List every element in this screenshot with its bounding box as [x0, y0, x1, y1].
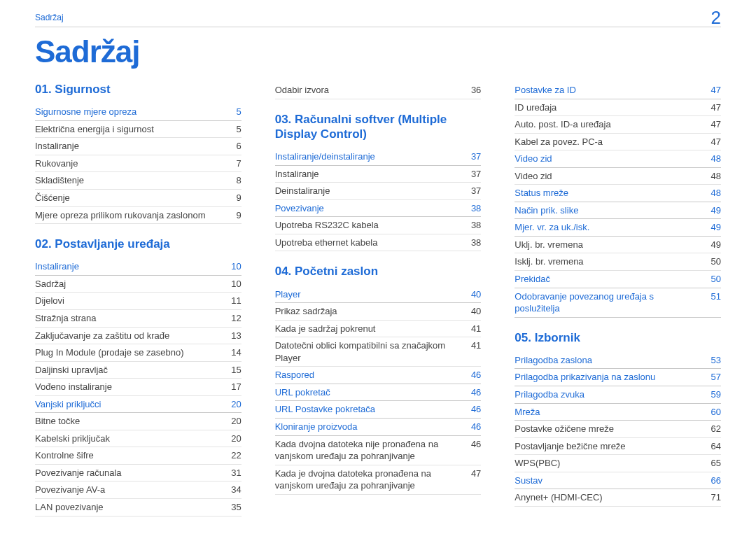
toc-entry[interactable]: Električna energija i sigurnost 5: [35, 121, 241, 139]
toc-label: URL pokretač: [275, 386, 462, 399]
toc-subheading[interactable]: Postavke za ID 47: [514, 82, 721, 99]
toc-entry[interactable]: Postavke ožičene mreže 62: [514, 421, 721, 438]
toc-entry[interactable]: Upotreba RS232C kabela 38: [275, 217, 482, 234]
page-root: Sadržaj 2 Sadržaj 01. Sigurnost Sigurnos…: [0, 0, 756, 534]
toc-entry[interactable]: Zaključavanje za zaštitu od krađe 13: [35, 328, 241, 345]
toc-entry[interactable]: Isklj. br. vremena 50: [514, 253, 721, 271]
toc-label: Auto. post. ID-a uređaja: [514, 118, 701, 131]
toc-subheading[interactable]: URL Postavke pokretača 46: [275, 401, 482, 419]
toc-label: Stražnja strana: [35, 312, 222, 325]
toc-columns: 01. Sigurnost Sigurnosne mjere opreza 5 …: [35, 82, 721, 517]
toc-label: Mreža: [514, 406, 701, 419]
toc-group: Bitne točke 20 Kabelski priključak 20 Ko…: [35, 413, 241, 516]
toc-entry[interactable]: Odabir izvora 36: [275, 82, 482, 99]
toc-entry[interactable]: Skladištenje 8: [35, 172, 241, 190]
toc-page: 50: [701, 274, 721, 284]
toc-entry[interactable]: Mjere opreza prilikom rukovanja zaslonom…: [35, 207, 241, 225]
toc-entry[interactable]: Daljinski upravljač 15: [35, 362, 241, 379]
toc-subheading[interactable]: Mreža 60: [514, 404, 721, 421]
toc-subheading[interactable]: Instaliranje 10: [35, 258, 241, 276]
toc-entry[interactable]: Rukovanje 7: [35, 155, 241, 173]
toc-subheading[interactable]: Mjer. vr. za uk./isk. 49: [514, 219, 721, 237]
toc-page: 40: [461, 289, 481, 300]
toc-entry[interactable]: Prikaz sadržaja 40: [275, 303, 482, 321]
toc-subheading[interactable]: Kloniranje proizvoda 46: [275, 419, 482, 436]
toc-entry[interactable]: Kada je sadržaj pokrenut 41: [275, 321, 482, 338]
toc-label: Dijelovi: [35, 295, 222, 307]
toc-label: Kada je dvojna datoteka pronađena na van…: [275, 468, 462, 492]
toc-entry[interactable]: Anynet+ (HDMI-CEC) 71: [514, 489, 721, 507]
toc-entry[interactable]: Sadržaj 10: [35, 276, 241, 293]
toc-page: 59: [701, 389, 721, 400]
toc-entry[interactable]: Plug In Module (prodaje se zasebno) 14: [35, 344, 241, 362]
toc-entry[interactable]: Upotreba ethernet kabela 38: [275, 234, 482, 252]
toc-subheading[interactable]: Način prik. slike 49: [514, 202, 721, 220]
toc-entry[interactable]: WPS(PBC) 65: [514, 455, 721, 472]
toc-group: Odabir izvora 36: [275, 82, 482, 99]
toc-entry[interactable]: Auto. post. ID-a uređaja 47: [514, 116, 721, 134]
toc-page: 53: [701, 355, 721, 365]
toc-entry[interactable]: Kontrolne šifre 22: [35, 447, 241, 465]
toc-subheading[interactable]: Prekidač 50: [514, 271, 721, 288]
toc-label: Kada dvojna datoteka nije pronađena na v…: [275, 438, 462, 463]
toc-subheading[interactable]: Raspored 46: [275, 367, 482, 384]
toc-group: Električna energija i sigurnost 5 Instal…: [35, 121, 241, 224]
toc-subheading[interactable]: Player 40: [275, 286, 482, 304]
toc-entry[interactable]: Instaliranje 6: [35, 138, 241, 155]
toc-page: 57: [701, 372, 721, 382]
toc-page: 36: [461, 85, 481, 95]
toc-entry[interactable]: Čišćenje 9: [35, 190, 241, 207]
toc-entry[interactable]: Bitne točke 20: [35, 413, 241, 430]
toc-subheading[interactable]: Prilagodba zvuka 59: [514, 386, 721, 404]
toc-subheading[interactable]: Status mreže 48: [514, 185, 721, 202]
toc-label: Kontrolne šifre: [35, 449, 222, 462]
toc-subheading[interactable]: URL pokretač 46: [275, 384, 482, 402]
toc-subheading[interactable]: Prilagodba prikazivanja na zaslonu 57: [514, 369, 721, 386]
toc-subheading[interactable]: Vanjski priključci 20: [35, 396, 241, 414]
toc-entry[interactable]: Kabel za povez. PC-a 47: [514, 134, 721, 151]
toc-group: Upotreba RS232C kabela 38 Upotreba ether…: [275, 217, 482, 251]
toc-subheading[interactable]: Instaliranje/deinstaliranje 37: [275, 148, 482, 166]
toc-page: 10: [222, 261, 241, 272]
toc-page: 7: [222, 158, 241, 169]
toc-subheading[interactable]: Sustav 66: [514, 472, 721, 490]
toc-page: 22: [222, 450, 241, 461]
toc-subheading[interactable]: Povezivanje 38: [275, 200, 482, 218]
toc-entry[interactable]: Video zid 48: [514, 168, 721, 185]
toc-page: 47: [461, 468, 481, 479]
toc-entry[interactable]: Deinstaliranje 37: [275, 183, 482, 200]
toc-entry[interactable]: Datotečni oblici kompatibilni sa značajk…: [275, 337, 482, 367]
toc-label: Instaliranje: [35, 260, 222, 273]
toc-page: 46: [461, 421, 481, 432]
toc-label: Deinstaliranje: [275, 185, 462, 197]
toc-entry[interactable]: Povezivanje AV-a 34: [35, 482, 241, 499]
toc-entry[interactable]: Stražnja strana 12: [35, 310, 241, 328]
toc-label: Video zid: [514, 153, 701, 165]
toc-label: Sadržaj: [35, 278, 222, 290]
toc-subheading[interactable]: Sigurnosne mjere opreza 5: [35, 104, 241, 121]
toc-entry[interactable]: Uklj. br. vremena 49: [514, 237, 721, 254]
toc-entry[interactable]: Dijelovi 11: [35, 293, 241, 310]
toc-subheading[interactable]: Odobravanje povezanog uređaja s poslužit…: [514, 288, 721, 318]
toc-page: 5: [222, 106, 241, 117]
toc-label: Bitne točke: [35, 415, 222, 428]
toc-label: LAN povezivanje: [35, 501, 222, 514]
toc-entry[interactable]: LAN povezivanje 35: [35, 499, 241, 517]
toc-entry[interactable]: Vođeno instaliranje 17: [35, 379, 241, 396]
toc-entry[interactable]: Kabelski priključak 20: [35, 430, 241, 448]
toc-entry[interactable]: Kada je dvojna datoteka pronađena na van…: [275, 465, 482, 495]
toc-page: 46: [461, 439, 481, 449]
toc-page: 35: [222, 502, 241, 512]
toc-entry[interactable]: Instaliranje 37: [275, 166, 482, 183]
section-heading-04: 04. Početni zaslon: [275, 264, 482, 279]
toc-label: Rukovanje: [35, 157, 222, 170]
toc-entry[interactable]: Postavljanje bežične mreže 64: [514, 438, 721, 456]
toc-label: Uklj. br. vremena: [514, 239, 701, 251]
toc-page: 12: [222, 313, 241, 323]
toc-subheading[interactable]: Video zid 48: [514, 150, 721, 168]
toc-entry[interactable]: Kada dvojna datoteka nije pronađena na v…: [275, 436, 482, 465]
toc-entry[interactable]: ID uređaja 47: [514, 99, 721, 117]
toc-entry[interactable]: Povezivanje računala 31: [35, 465, 241, 482]
toc-subheading[interactable]: Prilagodba zaslona 53: [514, 352, 721, 370]
toc-label: Raspored: [275, 369, 462, 381]
